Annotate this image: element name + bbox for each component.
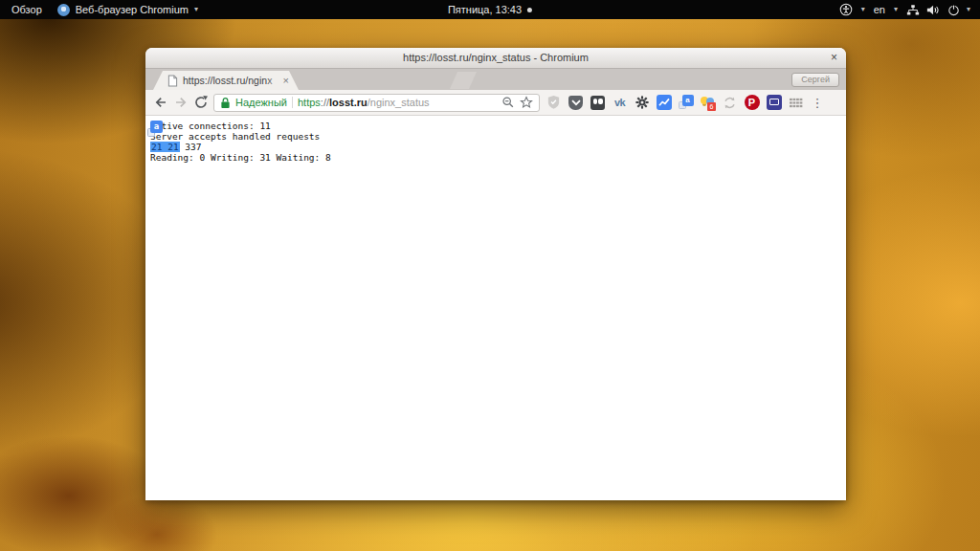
nginx-line-server: Server accepts handled requests xyxy=(150,131,846,142)
nginx-line-active: Active connections: 11 xyxy=(150,121,846,131)
extensions-area: vk a xyxy=(543,91,807,114)
accessibility-menu[interactable] xyxy=(839,3,853,16)
tab-title: https://losst.ru/nginx xyxy=(183,74,281,87)
gear-icon[interactable] xyxy=(631,91,653,114)
chart-icon[interactable] xyxy=(653,91,675,114)
app-menu-label: Веб-браузер Chromium xyxy=(76,4,189,15)
counter-rest: 337 xyxy=(180,142,202,152)
omnibox-divider xyxy=(292,97,293,108)
back-button[interactable] xyxy=(150,93,170,113)
tab-close-icon[interactable]: × xyxy=(283,75,289,86)
url-scheme: https xyxy=(298,97,321,108)
sync-icon[interactable] xyxy=(719,91,741,114)
notification-dot-icon xyxy=(527,8,532,12)
window-title: https://losst.ru/nginx_status - Chromium xyxy=(403,52,589,63)
bookmark-star-icon[interactable] xyxy=(520,96,533,109)
chevron-down-icon: ▾ xyxy=(967,6,970,13)
forward-button[interactable] xyxy=(170,93,190,113)
app-menu-button[interactable]: Веб-браузер Chromium ▾ xyxy=(57,4,198,16)
reload-button[interactable] xyxy=(190,93,211,113)
translate-page-action-icon[interactable]: a xyxy=(147,121,163,137)
url-separator: :// xyxy=(321,97,329,108)
page-content: a Active connections: 11 Server accepts … xyxy=(145,116,846,499)
nginx-line-counters: 21 21 337 xyxy=(150,142,846,152)
window-close-button[interactable]: × xyxy=(831,48,837,68)
pinterest-icon[interactable]: P xyxy=(741,91,763,114)
zoom-out-icon[interactable] xyxy=(501,96,515,109)
back-arrow-icon xyxy=(153,95,168,110)
network-icon xyxy=(906,4,920,16)
screenshot-icon[interactable] xyxy=(763,91,785,114)
keyboard-layout-menu[interactable]: en xyxy=(874,4,885,15)
tab-strip: https://losst.ru/nginx × Сергей xyxy=(145,69,846,90)
extension-badge: 6 xyxy=(707,102,716,111)
gnome-top-bar: Обзор Веб-браузер Chromium ▾ Пятница, 13… xyxy=(0,0,980,19)
tab-nginx-status[interactable]: https://losst.ru/nginx × xyxy=(153,71,299,90)
translate-icon[interactable]: a xyxy=(675,91,697,114)
system-menu[interactable]: ▾ xyxy=(906,4,970,16)
url-text: https://losst.ru/nginx_status xyxy=(298,97,430,108)
browser-toolbar: Надежный https://losst.ru/nginx_status xyxy=(145,90,846,116)
browser-menu-button[interactable]: ⋮ xyxy=(808,96,827,110)
chromium-logo-icon xyxy=(57,4,70,16)
address-bar[interactable]: Надежный https://losst.ru/nginx_status xyxy=(213,94,540,112)
profile-button[interactable]: Сергей xyxy=(791,73,839,87)
nginx-line-rw: Reading: 0 Writing: 31 Waiting: 8 xyxy=(150,152,846,163)
power-icon xyxy=(947,4,960,16)
activities-button[interactable]: Обзор xyxy=(11,4,42,15)
volume-icon xyxy=(926,4,941,16)
chevron-down-icon: ▾ xyxy=(894,6,898,13)
pocket-icon[interactable] xyxy=(565,91,587,114)
url-host: losst.ru xyxy=(329,97,368,108)
clock-label: Пятница, 13:43 xyxy=(448,4,522,15)
vk-icon[interactable]: vk xyxy=(609,91,631,114)
browser-window: https://losst.ru/nginx_status - Chromium… xyxy=(145,48,846,500)
reload-icon xyxy=(193,95,209,110)
new-tab-button[interactable] xyxy=(450,72,477,89)
clock-button[interactable]: Пятница, 13:43 xyxy=(448,4,532,15)
chevron-down-icon: ▾ xyxy=(194,6,198,13)
mask-icon[interactable] xyxy=(587,91,609,114)
accessibility-icon xyxy=(839,3,853,16)
security-label: Надежный xyxy=(235,97,287,108)
window-titlebar[interactable]: https://losst.ru/nginx_status - Chromium… xyxy=(145,48,846,69)
secure-lock-icon xyxy=(220,97,231,109)
shield-check-icon[interactable] xyxy=(543,91,565,114)
url-path: /nginx_status xyxy=(368,97,430,108)
ideas-icon[interactable]: 6 xyxy=(697,91,719,114)
chevron-down-icon: ▾ xyxy=(861,6,865,13)
grid-icon[interactable] xyxy=(785,91,807,114)
selected-text[interactable]: 21 21 xyxy=(150,142,180,152)
forward-arrow-icon xyxy=(173,95,189,110)
page-favicon-icon xyxy=(167,75,178,87)
